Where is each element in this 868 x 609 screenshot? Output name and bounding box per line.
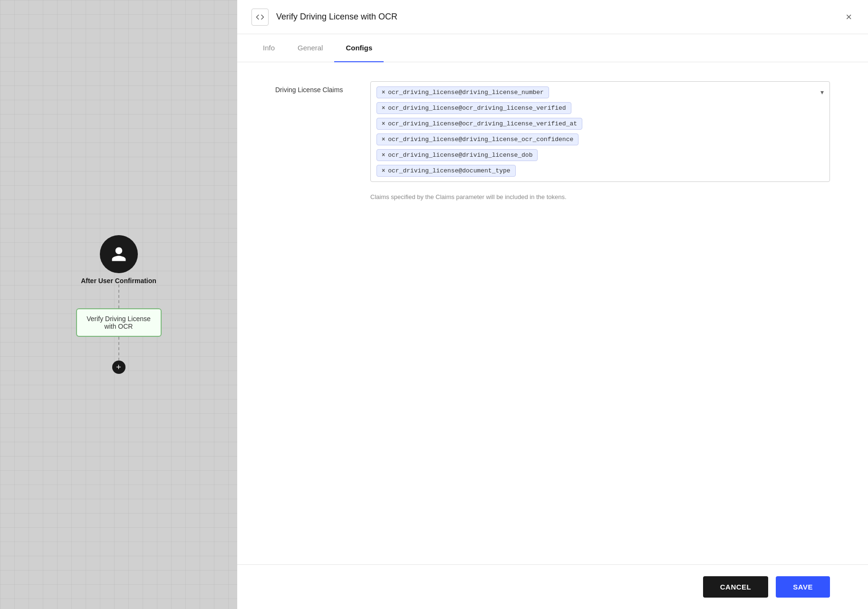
verify-box[interactable]: Verify Driving License with OCR <box>76 308 162 337</box>
user-node <box>100 235 138 273</box>
tab-info[interactable]: Info <box>251 34 286 62</box>
claim-tag[interactable]: ×ocr_driving_license@ocr_driving_license… <box>376 102 571 114</box>
claim-tag[interactable]: ×ocr_driving_license@driving_license_dob <box>376 149 538 161</box>
dropdown-arrow-icon: ▾ <box>820 88 824 96</box>
code-icon <box>256 13 264 21</box>
tags-area: ×ocr_driving_license@driving_license_num… <box>376 86 824 177</box>
claims-multiselect[interactable]: ×ocr_driving_license@driving_license_num… <box>370 81 830 182</box>
tag-label: ocr_driving_license@ocr_driving_license_… <box>388 105 566 112</box>
tag-remove-icon[interactable]: × <box>382 89 385 96</box>
close-icon: × <box>846 11 852 23</box>
save-button[interactable]: SAVE <box>776 576 830 598</box>
claims-label: Driving License Claims <box>275 81 370 94</box>
code-icon-button[interactable] <box>251 9 269 26</box>
tag-label: ocr_driving_license@driving_license_numb… <box>388 89 544 96</box>
header-left: Verify Driving License with OCR <box>251 9 397 26</box>
panel-tabs: Info General Configs <box>237 34 868 62</box>
tag-remove-icon[interactable]: × <box>382 168 385 174</box>
canvas-background: After User Confirmation Verify Driving L… <box>0 0 237 609</box>
connector-line-2 <box>118 337 119 361</box>
hint-text: Claims specified by the Claims parameter… <box>370 193 830 200</box>
panel-title: Verify Driving License with OCR <box>276 12 397 22</box>
flow-diagram: After User Confirmation Verify Driving L… <box>76 235 162 374</box>
tag-remove-icon[interactable]: × <box>382 136 385 143</box>
tag-label: ocr_driving_license@ocr_driving_license_… <box>388 120 577 127</box>
tag-remove-icon[interactable]: × <box>382 105 385 112</box>
config-panel: Verify Driving License with OCR × Info G… <box>237 0 868 609</box>
claim-tag[interactable]: ×ocr_driving_license@ocr_driving_license… <box>376 118 582 130</box>
add-step-button[interactable]: + <box>112 361 125 374</box>
panel-footer: CANCEL SAVE <box>237 564 868 609</box>
tab-configs[interactable]: Configs <box>334 34 384 62</box>
claim-tag[interactable]: ×ocr_driving_license@driving_license_ocr… <box>376 133 579 145</box>
tag-label: ocr_driving_license@driving_license_dob <box>388 152 532 159</box>
claim-tag[interactable]: ×ocr_driving_license@document_type <box>376 165 516 177</box>
tag-remove-icon[interactable]: × <box>382 152 385 159</box>
tab-general[interactable]: General <box>286 34 334 62</box>
cancel-button[interactable]: CANCEL <box>703 576 769 598</box>
connector-line-1 <box>118 285 119 308</box>
claim-tag[interactable]: ×ocr_driving_license@driving_license_num… <box>376 86 549 98</box>
claims-form-row: Driving License Claims ×ocr_driving_lice… <box>275 81 830 182</box>
panel-header: Verify Driving License with OCR × <box>237 0 868 34</box>
tag-remove-icon[interactable]: × <box>382 121 385 127</box>
panel-body: Driving License Claims ×ocr_driving_lice… <box>237 62 868 564</box>
user-icon <box>110 246 127 263</box>
tag-label: ocr_driving_license@document_type <box>388 167 510 174</box>
close-button[interactable]: × <box>844 10 854 24</box>
tag-label: ocr_driving_license@driving_license_ocr_… <box>388 136 573 143</box>
verify-box-label: Verify Driving License with OCR <box>87 315 151 330</box>
node-label: After User Confirmation <box>81 277 156 285</box>
